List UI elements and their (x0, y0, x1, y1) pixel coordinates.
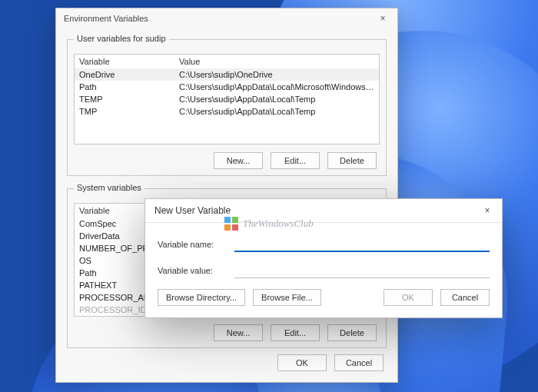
table-row[interactable]: TMP C:\Users\sudip\AppData\Local\Temp (75, 105, 379, 118)
table-row[interactable]: Path C:\Users\sudip\AppData\Local\Micros… (75, 81, 379, 93)
new-button[interactable]: New... (214, 324, 263, 341)
env-vars-titlebar: Environment Variables × (56, 8, 397, 27)
ok-button[interactable]: OK (384, 289, 433, 306)
col-variable: Variable (75, 55, 174, 68)
close-icon[interactable]: × (479, 204, 496, 218)
browse-file-button[interactable]: Browse File... (253, 289, 321, 306)
edit-button[interactable]: Edit... (271, 324, 320, 341)
env-vars-title: Environment Variables (64, 14, 148, 23)
cancel-button[interactable]: Cancel (334, 354, 384, 371)
var-value-label: Variable value: (158, 266, 234, 275)
modal-titlebar: New User Variable × (145, 199, 502, 223)
var-name-label: Variable name: (158, 240, 234, 249)
sys-vars-legend: System variables (74, 183, 144, 192)
env-vars-dialog: Environment Variables × User variables f… (55, 8, 398, 383)
browse-directory-button[interactable]: Browse Directory... (158, 289, 245, 306)
user-vars-group: User variables for sudip Variable Value … (67, 39, 387, 176)
col-value: Value (174, 55, 379, 68)
var-value-input[interactable] (234, 263, 490, 278)
new-button[interactable]: New... (214, 152, 263, 169)
edit-button[interactable]: Edit... (271, 152, 320, 169)
dialog-bottom-buttons: OK Cancel (67, 348, 387, 373)
table-row[interactable]: TEMP C:\Users\sudip\AppData\Local\Temp (75, 93, 379, 105)
var-name-input[interactable] (234, 237, 490, 252)
delete-button[interactable]: Delete (327, 324, 377, 341)
user-vars-legend: User variables for sudip (74, 34, 169, 43)
delete-button[interactable]: Delete (327, 152, 377, 169)
ok-button[interactable]: OK (277, 354, 327, 371)
user-vars-table[interactable]: Variable Value OneDrive C:\Users\sudip\O… (74, 54, 380, 145)
table-header-row: Variable Value (75, 55, 379, 68)
cancel-button[interactable]: Cancel (440, 289, 490, 306)
new-user-variable-dialog: New User Variable × Variable name: Varia… (144, 198, 503, 318)
modal-title: New User Variable (154, 205, 231, 216)
close-icon[interactable]: × (374, 12, 391, 25)
table-row[interactable]: OneDrive C:\Users\sudip\OneDrive (75, 68, 379, 81)
user-vars-buttons: New... Edit... Delete (74, 145, 380, 169)
sys-vars-buttons: New... Edit... Delete (74, 317, 380, 341)
